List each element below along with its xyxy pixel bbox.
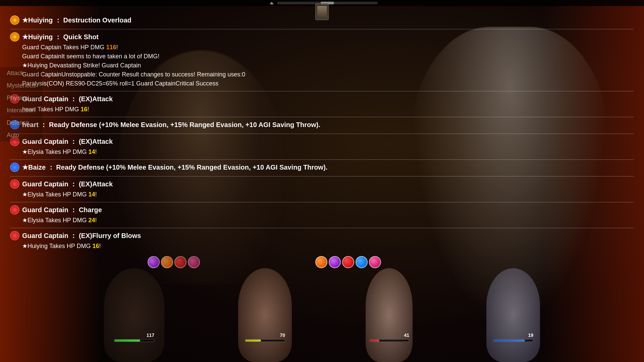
- char-2-hp: 70: [280, 333, 285, 338]
- center-portrait-icon: [315, 3, 329, 20]
- bottom-char-3: 41: [366, 268, 413, 362]
- bottom-char-4: 19: [486, 268, 540, 362]
- menu-attack[interactable]: Attack: [0, 67, 43, 79]
- scroll-up-arrow[interactable]: [270, 2, 274, 4]
- hp-bar-fill-4: [493, 340, 525, 342]
- hp-bar-fill-3: [369, 340, 379, 342]
- hp-bar-fill-2: [245, 340, 261, 342]
- hp-bar-fill-1: [114, 340, 140, 342]
- hp-bar-bg-2: [245, 339, 285, 342]
- hp-bar-bg-1: [114, 339, 154, 342]
- side-menu: Attack Mysterious Physical Interaction D…: [0, 67, 43, 141]
- char-4-hp: 19: [528, 333, 533, 338]
- menu-defense[interactable]: Defense: [0, 117, 43, 129]
- menu-interaction[interactable]: Interaction: [0, 104, 43, 117]
- menu-mysterious[interactable]: Mysterious: [0, 79, 43, 92]
- bottom-char-1: 117: [104, 268, 164, 362]
- char-3-hp: 41: [404, 333, 409, 338]
- char-1-hp: 117: [147, 333, 154, 338]
- hp-bar-bg-4: [493, 339, 533, 342]
- menu-physical[interactable]: Physical: [0, 92, 43, 104]
- bottom-char-2: 70: [238, 268, 292, 362]
- menu-auto[interactable]: Auto: [0, 129, 43, 141]
- hp-bar-bg-3: [369, 339, 409, 342]
- bottom-characters: 117 70 41 19: [0, 245, 644, 362]
